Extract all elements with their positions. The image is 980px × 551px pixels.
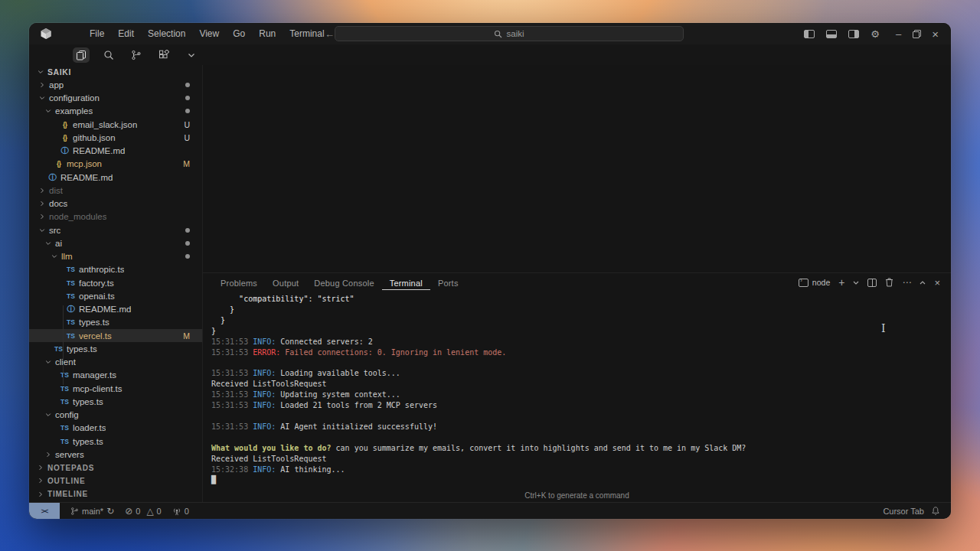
panel-tab-debug-console[interactable]: Debug Console: [306, 276, 381, 290]
maximize-panel-icon[interactable]: [920, 280, 926, 285]
editor-area[interactable]: [203, 65, 951, 272]
tree-item-dist[interactable]: dist: [29, 184, 202, 197]
terminal-line: 15:32:38 INFO: AI thinking...: [211, 465, 951, 475]
menu-edit[interactable]: Edit: [111, 26, 141, 41]
menu-view[interactable]: View: [192, 26, 226, 41]
tree-item-timeline[interactable]: TIMELINE: [29, 487, 202, 500]
cursor-editor-window: FileEditSelectionViewGoRunTerminalHelp ←…: [29, 23, 951, 519]
minimize-button[interactable]: –: [896, 29, 901, 39]
tree-item-configuration[interactable]: configuration: [29, 92, 202, 105]
kill-terminal-icon[interactable]: [885, 278, 893, 287]
tree-item-factory-ts[interactable]: TSfactory.ts: [29, 276, 202, 289]
notifications-bell-icon[interactable]: [931, 506, 940, 516]
tree-item-label: openai.ts: [79, 292, 115, 301]
terminal-line: 15:31:53 INFO: Connected servers: 2: [211, 337, 951, 347]
tree-item-loader-ts[interactable]: TSloader.ts: [29, 422, 202, 435]
errors-icon: ⊘: [125, 507, 132, 516]
tree-item-label: mcp-client.ts: [73, 384, 122, 393]
tree-item-label: types.ts: [73, 437, 103, 446]
warnings-icon: △: [146, 507, 153, 516]
tree-item-github-json[interactable]: {}github.jsonU: [29, 131, 202, 144]
terminal-line: [211, 432, 951, 443]
menu-go[interactable]: Go: [226, 26, 252, 41]
more-actions-icon[interactable]: ⋯: [902, 278, 911, 287]
panel-tab-problems[interactable]: Problems: [213, 276, 265, 290]
source-control-icon[interactable]: [128, 47, 145, 63]
tree-item-outline[interactable]: OUTLINE: [29, 474, 202, 487]
terminal-output[interactable]: "compatibility": "strict" } }}15:31:53 I…: [203, 292, 951, 488]
tree-item-readme-md[interactable]: ⓘREADME.md: [29, 303, 202, 316]
git-branch-status[interactable]: main* ↻: [70, 507, 114, 516]
tree-item-client[interactable]: client: [29, 356, 202, 369]
problems-status[interactable]: ⊘ 0 △ 0: [125, 507, 162, 516]
tree-item-llm[interactable]: llm: [29, 250, 202, 263]
indent-guide: [63, 305, 64, 385]
tree-item-manager-ts[interactable]: TSmanager.ts: [29, 369, 202, 382]
panel-actions: node + ⋯ ×: [799, 273, 940, 292]
tree-item-mcp-json[interactable]: {}mcp.jsonM: [29, 158, 202, 171]
remote-indicator[interactable]: ><: [29, 503, 60, 520]
ts-file-icon: TS: [65, 318, 77, 326]
tree-item-types-ts[interactable]: TStypes.ts: [29, 342, 202, 355]
menu-selection[interactable]: Selection: [141, 26, 192, 41]
close-panel-icon[interactable]: ×: [934, 278, 940, 288]
tree-item-node-modules[interactable]: node_modules: [29, 210, 202, 223]
tree-item-readme-md[interactable]: ⓘREADME.md: [29, 171, 202, 184]
explorer-icon[interactable]: [73, 47, 90, 63]
close-button[interactable]: ×: [932, 28, 939, 40]
split-terminal-icon[interactable]: [867, 279, 877, 287]
nav-back-button[interactable]: ←: [325, 28, 335, 40]
tree-item-app[interactable]: app: [29, 78, 202, 91]
toggle-sidebar-icon[interactable]: [804, 30, 815, 38]
panel-tab-terminal[interactable]: Terminal: [382, 276, 430, 290]
ports-status[interactable]: 0: [172, 507, 189, 516]
tree-item-saiki[interactable]: SAIKI: [29, 65, 202, 78]
tree-item-vercel-ts[interactable]: TSvercel.tsM: [29, 329, 202, 342]
new-terminal-button[interactable]: +: [838, 277, 844, 288]
cursor-tab-status[interactable]: Cursor Tab: [883, 507, 924, 516]
menu-run[interactable]: Run: [252, 26, 283, 41]
tree-item-label: email_slack.json: [73, 120, 137, 129]
extensions-icon[interactable]: [155, 47, 172, 63]
tree-item-readme-md[interactable]: ⓘREADME.md: [29, 145, 202, 158]
tree-item-ai[interactable]: ai: [29, 236, 202, 249]
tree-item-types-ts[interactable]: TStypes.ts: [29, 435, 202, 448]
tree-item-config[interactable]: config: [29, 409, 202, 422]
toggle-secondary-sidebar-icon[interactable]: [848, 30, 859, 38]
tree-item-types-ts[interactable]: TStypes.ts: [29, 316, 202, 329]
chevron-right-icon: [37, 187, 47, 194]
terminal-line: 15:31:53 INFO: AI Agent initialized succ…: [211, 422, 951, 432]
tree-item-types-ts[interactable]: TStypes.ts: [29, 395, 202, 408]
tree-item-label: docs: [49, 199, 67, 208]
tree-item-label: loader.ts: [73, 423, 106, 432]
terminal-dropdown-icon[interactable]: [853, 280, 859, 285]
tree-item-label: llm: [61, 252, 73, 261]
tree-item-mcp-client-ts[interactable]: TSmcp-client.ts: [29, 382, 202, 395]
chevron-right-icon: [43, 452, 53, 458]
tree-item-label: mcp.json: [67, 159, 102, 168]
terminal-instance-label[interactable]: node: [799, 278, 830, 287]
tree-item-anthropic-ts[interactable]: TSanthropic.ts: [29, 263, 202, 276]
tree-item-email-slack-json[interactable]: {}email_slack.jsonU: [29, 118, 202, 131]
tree-item-docs[interactable]: docs: [29, 197, 202, 210]
tree-item-examples[interactable]: examples: [29, 105, 202, 118]
menu-file[interactable]: File: [83, 26, 111, 41]
tree-item-src[interactable]: src: [29, 223, 202, 236]
tree-item-label: README.md: [60, 173, 113, 182]
restore-button[interactable]: [913, 30, 920, 37]
bottom-panel: ProblemsOutputDebug ConsoleTerminalPorts…: [203, 272, 951, 502]
tree-item-openai-ts[interactable]: TSopenai.ts: [29, 289, 202, 302]
toggle-panel-icon[interactable]: [826, 30, 837, 38]
terminal-line: "compatibility": "strict": [211, 294, 951, 305]
panel-tab-ports[interactable]: Ports: [430, 276, 466, 290]
command-search-input[interactable]: saiki: [335, 26, 684, 41]
terminal-line: 15:31:53 INFO: Loading available tools..…: [211, 368, 951, 379]
tree-item-servers[interactable]: servers: [29, 448, 202, 461]
terminal-line: 15:31:53 ERROR: Failed connections: 0. I…: [211, 347, 951, 358]
search-view-icon[interactable]: [100, 47, 117, 63]
settings-gear-icon[interactable]: ⚙: [871, 29, 880, 39]
panel-tab-output[interactable]: Output: [265, 276, 306, 290]
tree-item-notepads[interactable]: NOTEPADS: [29, 461, 202, 474]
chevron-down-icon[interactable]: [183, 47, 200, 63]
ts-file-icon: TS: [59, 398, 70, 406]
